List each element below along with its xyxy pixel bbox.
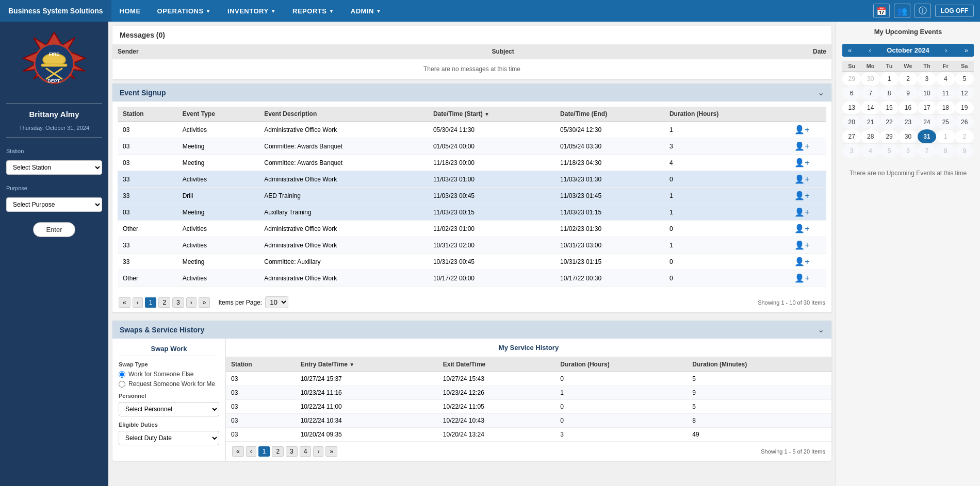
ev-signup-icon[interactable]: 👤+ (778, 270, 826, 287)
hist-pag-3[interactable]: 3 (286, 446, 298, 457)
duty-date-select[interactable]: Select Duty Date (119, 431, 219, 445)
cal-day-cell[interactable]: 21 (861, 115, 879, 129)
hist-pag-prev[interactable]: ‹ (246, 446, 256, 457)
ev-signup-icon[interactable]: 👤+ (778, 155, 826, 171)
signup-btn[interactable]: 👤+ (794, 208, 809, 216)
event-pag-last[interactable]: » (199, 297, 210, 308)
cal-day-cell[interactable]: 11 (936, 86, 955, 100)
swap-radio-request[interactable] (119, 381, 125, 388)
cal-day-cell[interactable]: 13 (842, 100, 861, 115)
cal-nav-last[interactable]: » (963, 46, 970, 54)
event-signup-collapse[interactable]: ⌄ (818, 88, 824, 97)
cal-day-cell[interactable]: 5 (880, 144, 899, 158)
cal-day-cell[interactable]: 25 (936, 115, 955, 129)
cal-day-cell[interactable]: 8 (936, 144, 955, 158)
cal-day-cell[interactable]: 19 (955, 100, 974, 115)
signup-btn[interactable]: 👤+ (794, 257, 809, 266)
ev-signup-icon[interactable]: 👤+ (778, 221, 826, 237)
swap-option-work-for[interactable]: Work for Someone Else (119, 371, 219, 378)
signup-btn[interactable]: 👤+ (794, 175, 809, 183)
swap-radio-work-for[interactable] (119, 371, 125, 378)
cal-day-cell[interactable]: 29 (842, 72, 861, 86)
cal-day-cell[interactable]: 1 (880, 72, 899, 86)
cal-day-cell[interactable]: 26 (955, 115, 974, 129)
calendar-icon-btn[interactable]: 📅 (873, 4, 890, 18)
hist-pag-2[interactable]: 2 (272, 446, 284, 457)
cal-day-cell[interactable]: 7 (861, 86, 879, 100)
event-pag-1[interactable]: 1 (145, 297, 157, 308)
cal-day-cell[interactable]: 15 (880, 100, 899, 115)
cal-day-cell[interactable]: 10 (918, 86, 936, 100)
cal-day-cell[interactable]: 30 (861, 72, 879, 86)
event-pag-prev[interactable]: ‹ (133, 297, 143, 308)
cal-day-cell[interactable]: 2 (899, 72, 917, 86)
nav-reports[interactable]: REPORTS ▼ (284, 0, 342, 22)
logoff-button[interactable]: LOG OFF (935, 5, 974, 17)
hist-pag-last[interactable]: » (325, 446, 337, 457)
cal-day-cell[interactable]: 24 (918, 115, 936, 129)
signup-btn[interactable]: 👤+ (794, 274, 809, 282)
cal-day-cell[interactable]: 2 (955, 129, 974, 144)
swap-option-request[interactable]: Request Someone Work for Me (119, 380, 219, 388)
cal-day-cell[interactable]: 3 (842, 144, 861, 158)
signup-btn[interactable]: 👤+ (794, 241, 809, 249)
station-select[interactable]: Select Station (6, 160, 102, 175)
cal-day-cell[interactable]: 18 (936, 100, 955, 115)
nav-admin[interactable]: ADMIN ▼ (342, 0, 390, 22)
info-icon-btn[interactable]: ⓘ (914, 4, 931, 18)
signup-btn[interactable]: 👤+ (794, 224, 809, 233)
cal-day-cell[interactable]: 1 (936, 129, 955, 144)
group-icon-btn[interactable]: 👥 (894, 4, 910, 18)
cal-day-cell[interactable]: 3 (918, 72, 936, 86)
hist-pag-next[interactable]: › (313, 446, 323, 457)
event-pag-next[interactable]: › (186, 297, 197, 308)
cal-day-cell[interactable]: 14 (861, 100, 879, 115)
signup-btn[interactable]: 👤+ (794, 142, 809, 150)
personnel-select[interactable]: Select Personnel (119, 402, 219, 416)
signup-btn[interactable]: 👤+ (794, 191, 809, 200)
cal-day-cell[interactable]: 20 (842, 115, 861, 129)
signup-btn[interactable]: 👤+ (794, 125, 809, 134)
event-pag-2[interactable]: 2 (158, 297, 170, 308)
swaps-header[interactable]: Swaps & Service History ⌄ (112, 321, 831, 339)
nav-home[interactable]: HOME (111, 0, 149, 22)
ev-signup-icon[interactable]: 👤+ (778, 122, 826, 138)
cal-day-cell[interactable]: 12 (955, 86, 974, 100)
cal-day-cell[interactable]: 23 (899, 115, 917, 129)
ev-col-start[interactable]: Date/Time (Start) ▼ (428, 107, 555, 122)
cal-nav-prev[interactable]: ‹ (868, 46, 873, 54)
cal-day-cell[interactable]: 30 (899, 129, 917, 144)
cal-day-cell[interactable]: 17 (918, 100, 936, 115)
ev-signup-icon[interactable]: 👤+ (778, 188, 826, 204)
cal-day-cell[interactable]: 4 (861, 144, 879, 158)
cal-day-cell[interactable]: 28 (861, 129, 879, 144)
hist-col-entry[interactable]: Entry Date/Time ▼ (296, 357, 438, 372)
cal-nav-next[interactable]: › (943, 46, 949, 54)
ev-signup-icon[interactable]: 👤+ (778, 254, 826, 270)
event-pag-3[interactable]: 3 (172, 297, 184, 308)
cal-day-cell[interactable]: 9 (899, 86, 917, 100)
nav-inventory[interactable]: INVENTORY ▼ (219, 0, 284, 22)
enter-button[interactable]: Enter (33, 222, 75, 237)
cal-day-cell[interactable]: 4 (936, 72, 955, 86)
signup-btn[interactable]: 👤+ (794, 158, 809, 167)
cal-day-cell[interactable]: 5 (955, 72, 974, 86)
purpose-select[interactable]: Select Purpose (6, 197, 102, 212)
cal-day-cell[interactable]: 31 (918, 129, 936, 144)
cal-nav-first[interactable]: « (846, 46, 853, 54)
cal-day-cell[interactable]: 27 (842, 129, 861, 144)
cal-day-cell[interactable]: 7 (918, 144, 936, 158)
cal-day-cell[interactable]: 22 (880, 115, 899, 129)
cal-day-cell[interactable]: 29 (880, 129, 899, 144)
cal-day-cell[interactable]: 9 (955, 144, 974, 158)
hist-pag-first[interactable]: « (232, 446, 244, 457)
ev-signup-icon[interactable]: 👤+ (778, 171, 826, 188)
ev-signup-icon[interactable]: 👤+ (778, 204, 826, 221)
items-per-page-select[interactable]: 10 25 50 (265, 296, 288, 308)
event-signup-header[interactable]: Event Signup ⌄ (112, 83, 831, 102)
cal-day-cell[interactable]: 6 (842, 86, 861, 100)
ev-signup-icon[interactable]: 👤+ (778, 237, 826, 254)
nav-operations[interactable]: OPERATIONS ▼ (149, 0, 219, 22)
hist-pag-1[interactable]: 1 (258, 446, 270, 457)
swaps-collapse[interactable]: ⌄ (818, 325, 824, 334)
